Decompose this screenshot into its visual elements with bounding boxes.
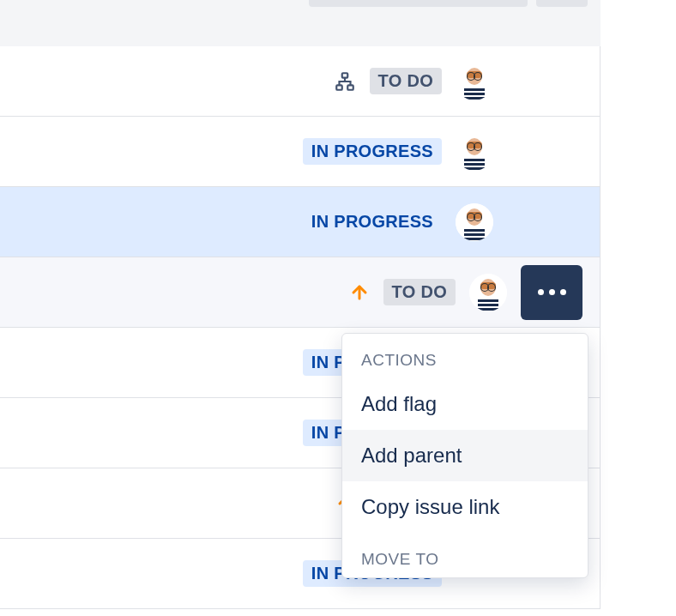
svg-rect-30 [464, 229, 485, 232]
svg-rect-20 [464, 159, 485, 161]
avatar[interactable] [456, 63, 493, 100]
issue-row[interactable]: TO DO [0, 257, 600, 328]
dropdown-item-add-flag[interactable]: Add flag [342, 378, 588, 430]
status-badge[interactable]: TO DO [370, 68, 442, 94]
status-badge[interactable]: TO DO [383, 279, 456, 305]
svg-rect-41 [478, 304, 498, 306]
list-header [0, 0, 601, 46]
hierarchy-icon [334, 70, 356, 93]
avatar[interactable] [469, 274, 507, 311]
svg-rect-22 [464, 167, 485, 170]
avatar[interactable] [456, 203, 493, 241]
svg-rect-0 [341, 73, 347, 77]
header-placeholder [536, 0, 588, 7]
svg-rect-31 [464, 233, 485, 236]
ellipsis-icon [538, 289, 566, 295]
svg-rect-21 [464, 163, 485, 166]
more-actions-button[interactable] [521, 265, 582, 320]
header-placeholder [309, 0, 528, 7]
issue-row[interactable]: IN PROGRESS [0, 187, 600, 257]
svg-rect-32 [464, 238, 485, 240]
avatar[interactable] [456, 133, 493, 171]
svg-rect-40 [478, 299, 498, 302]
svg-rect-2 [347, 85, 353, 89]
status-badge[interactable]: IN PROGRESS [303, 138, 442, 165]
svg-rect-10 [464, 88, 485, 91]
dropdown-section-label: ACTIONS [342, 334, 588, 378]
issue-row[interactable]: TO DO [0, 46, 600, 117]
svg-rect-42 [478, 308, 498, 311]
priority-high-icon [349, 282, 370, 303]
status-badge[interactable]: IN PROGRESS [303, 208, 442, 235]
dropdown-item-add-parent[interactable]: Add parent [342, 430, 588, 481]
dropdown-section-label: MOVE TO [342, 533, 588, 577]
dropdown-item-copy-link[interactable]: Copy issue link [342, 481, 588, 533]
svg-rect-1 [336, 85, 342, 89]
actions-dropdown: ACTIONS Add flag Add parent Copy issue l… [341, 333, 588, 578]
svg-rect-11 [464, 93, 485, 95]
svg-rect-12 [464, 97, 485, 100]
issue-row[interactable]: IN PROGRESS [0, 117, 600, 187]
